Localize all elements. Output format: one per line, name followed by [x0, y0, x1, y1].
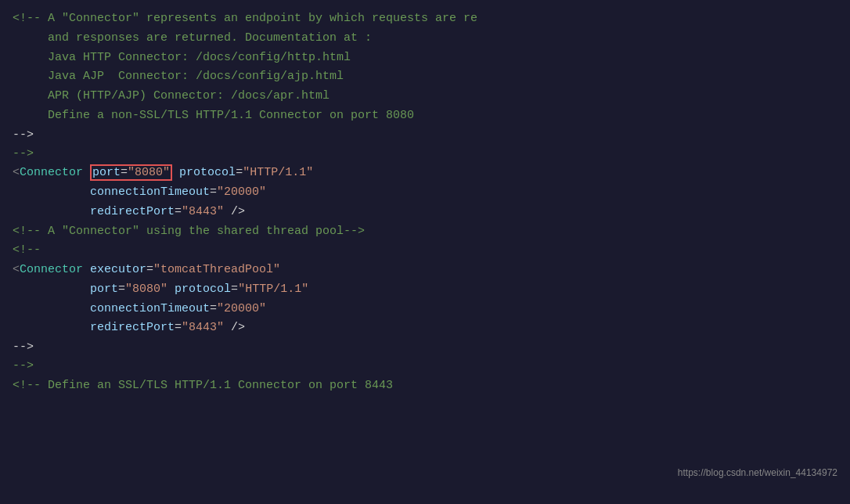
highlight-port: port="8080": [90, 164, 172, 181]
code-line-1: <!-- A "Connector" represents an endpoin…: [13, 9, 837, 29]
code-line-5: APR (HTTP/AJP) Connector: /docs/apr.html: [13, 87, 837, 106]
watermark: https://blog.csdn.net/weixin_44134972: [678, 466, 837, 481]
code-line-13: <Connector executor="tomcatThreadPool": [13, 261, 837, 280]
code-line-16: redirectPort="8443" />: [13, 319, 837, 338]
code-line-7: -->: [13, 145, 837, 164]
code-line-2: and responses are returned. Documentatio…: [13, 29, 837, 49]
code-line-17: -->: [13, 357, 837, 376]
code-line-8: <Connector port="8080" protocol="HTTP/1.…: [13, 164, 837, 183]
code-line-3: Java HTTP Connector: /docs/config/http.h…: [13, 49, 837, 68]
code-line-18: <!-- Define an SSL/TLS HTTP/1.1 Connecto…: [13, 376, 837, 396]
code-line-6: Define a non-SSL/TLS HTTP/1.1 Connector …: [13, 106, 837, 126]
code-viewer: <!-- A "Connector" represents an endpoin…: [0, 0, 850, 504]
code-line-15: connectionTimeout="20000": [13, 300, 837, 319]
code-line-9: connectionTimeout="20000": [13, 183, 837, 203]
code-line-4: Java AJP Connector: /docs/config/ajp.htm…: [13, 67, 837, 87]
code-line-11: <!-- A "Connector" using the shared thre…: [13, 222, 837, 242]
code-line-12: <!--: [13, 241, 837, 261]
code-line-10: redirectPort="8443" />: [13, 203, 837, 222]
code-line-14: port="8080" protocol="HTTP/1.1": [13, 280, 837, 300]
